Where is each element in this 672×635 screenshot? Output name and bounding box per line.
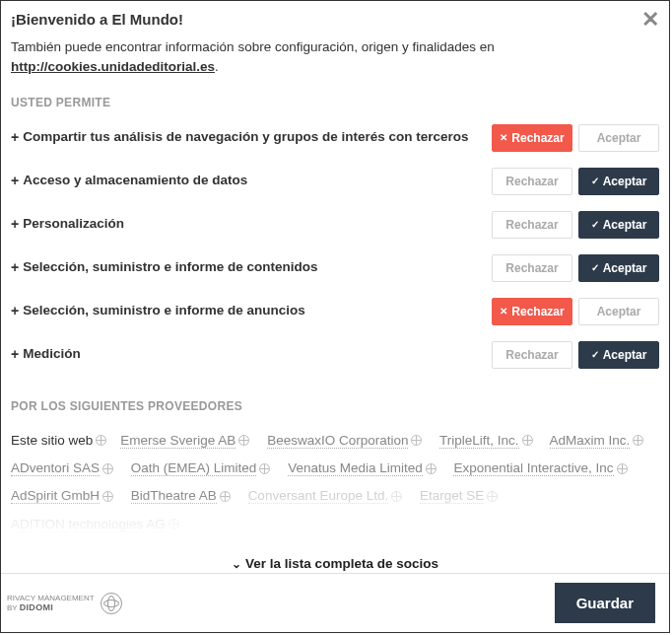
globe-icon bbox=[633, 435, 643, 446]
purpose-row: +Compartir tus análisis de navegación y … bbox=[11, 123, 659, 153]
accept-button[interactable]: ✓Aceptar bbox=[578, 211, 659, 239]
reject-label: Rechazar bbox=[505, 261, 558, 275]
plus-icon: + bbox=[11, 215, 19, 234]
see-all-label: Ver la lista completa de socios bbox=[245, 556, 438, 571]
x-icon: ✕ bbox=[500, 306, 507, 317]
globe-icon bbox=[168, 519, 179, 529]
subtitle-text: También puede encontrar información sobr… bbox=[11, 39, 495, 54]
plus-icon: + bbox=[11, 258, 19, 277]
accept-button[interactable]: Aceptar bbox=[578, 298, 659, 325]
reject-button[interactable]: Rechazar bbox=[492, 211, 572, 239]
globe-icon bbox=[102, 491, 113, 502]
accept-button[interactable]: ✓Aceptar bbox=[578, 254, 659, 282]
purpose-row: +Selección, suministro e informe de anun… bbox=[11, 297, 659, 326]
vendors-list: Este sitio webEmerse Sverige AB BeeswaxI… bbox=[11, 427, 659, 538]
plus-icon: + bbox=[11, 345, 19, 364]
purpose-expand-toggle[interactable]: +Compartir tus análisis de navegación y … bbox=[11, 128, 492, 147]
brand-name: DIDOMI bbox=[20, 602, 53, 612]
purpose-expand-toggle[interactable]: +Acceso y almacenamiento de datos bbox=[11, 172, 492, 190]
accept-label: Aceptar bbox=[603, 261, 647, 275]
vendor-name: AdMaxim Inc. bbox=[550, 433, 631, 449]
reject-button[interactable]: Rechazar bbox=[492, 168, 572, 195]
vendor-item[interactable]: AdSpirit GmbH bbox=[11, 488, 113, 503]
plus-icon: + bbox=[11, 172, 19, 190]
purpose-buttons: Rechazar✓Aceptar bbox=[492, 211, 659, 239]
vendor-item[interactable]: BeeswaxIO Corporation bbox=[267, 433, 422, 448]
vendor-item[interactable]: Emerse Sverige AB bbox=[120, 433, 249, 448]
reject-button[interactable]: ✕Rechazar bbox=[492, 298, 572, 325]
modal-content: ¡Bienvenido a El Mundo! También puede en… bbox=[1, 1, 669, 573]
vendor-item[interactable]: AdMaxim Inc. bbox=[550, 433, 644, 448]
purpose-expand-toggle[interactable]: +Selección, suministro e informe de anun… bbox=[11, 302, 492, 320]
purpose-row: +PersonalizaciónRechazar✓Aceptar bbox=[11, 210, 659, 240]
globe-icon bbox=[411, 435, 422, 446]
purpose-label: Compartir tus análisis de navegación y g… bbox=[23, 128, 468, 146]
accept-button[interactable]: ✓Aceptar bbox=[578, 341, 659, 369]
reject-button[interactable]: Rechazar bbox=[492, 341, 572, 369]
check-icon: ✓ bbox=[591, 219, 599, 230]
purpose-label: Acceso y almacenamiento de datos bbox=[23, 172, 247, 189]
vendor-name: Venatus Media Limited bbox=[288, 460, 423, 476]
modal-subtitle: También puede encontrar información sobr… bbox=[11, 37, 659, 78]
vendor-name: Este sitio web bbox=[11, 433, 93, 448]
x-icon: ✕ bbox=[500, 132, 507, 143]
purpose-expand-toggle[interactable]: +Selección, suministro e informe de cont… bbox=[11, 258, 492, 277]
cookie-consent-modal: ✕ ¡Bienvenido a El Mundo! También puede … bbox=[0, 0, 670, 633]
purpose-expand-toggle[interactable]: +Personalización bbox=[11, 215, 492, 234]
vendor-name: BeeswaxIO Corporation bbox=[267, 433, 408, 449]
accept-button[interactable]: Aceptar bbox=[578, 124, 659, 152]
vendors-header: POR LOS SIGUIENTES PROVEEDORES bbox=[11, 399, 659, 413]
privacy-brand: rivacy Management by DIDOMI bbox=[7, 593, 122, 614]
vendor-name: AdSpirit GmbH bbox=[11, 488, 100, 504]
vendor-name: Exponential Interactive, Inc bbox=[453, 460, 613, 476]
vendor-name: ADITION technologies AG bbox=[11, 517, 166, 532]
vendor-item[interactable]: Venatus Media Limited bbox=[288, 460, 437, 475]
check-icon: ✓ bbox=[591, 176, 599, 186]
see-all-partners-link[interactable]: ⌄Ver la lista completa de socios bbox=[11, 538, 659, 573]
purpose-buttons: Rechazar✓Aceptar bbox=[492, 341, 659, 369]
vendor-item[interactable]: Conversant Europe Ltd. bbox=[248, 488, 403, 503]
globe-icon bbox=[391, 491, 402, 502]
permit-header: USTED PERMITE bbox=[11, 96, 659, 109]
vendor-name: Etarget SE bbox=[420, 488, 484, 504]
globe-icon bbox=[96, 435, 106, 446]
save-button[interactable]: Guardar bbox=[555, 583, 655, 623]
purpose-label: Medición bbox=[23, 345, 81, 363]
purpose-row: +Acceso y almacenamiento de datosRechaza… bbox=[11, 167, 659, 196]
vendor-item[interactable]: ADITION technologies AG bbox=[11, 517, 179, 531]
vendor-item[interactable]: ADventori SAS bbox=[11, 460, 113, 475]
vendor-name: ADventori SAS bbox=[11, 460, 100, 476]
purpose-buttons: Rechazar✓Aceptar bbox=[492, 254, 659, 282]
purpose-buttons: ✕RechazarAceptar bbox=[492, 298, 659, 325]
reject-button[interactable]: Rechazar bbox=[492, 254, 572, 282]
globe-icon bbox=[102, 463, 113, 474]
accept-label: Aceptar bbox=[603, 218, 647, 232]
vendor-item[interactable]: Este sitio web bbox=[11, 433, 106, 448]
globe-icon bbox=[426, 463, 437, 474]
globe-icon bbox=[522, 435, 533, 446]
accept-button[interactable]: ✓Aceptar bbox=[578, 168, 659, 195]
vendor-item[interactable]: Oath (EMEA) Limited bbox=[131, 460, 271, 475]
reject-button[interactable]: ✕Rechazar bbox=[492, 124, 572, 152]
vendor-item[interactable]: Etarget SE bbox=[420, 488, 498, 503]
reject-label: Rechazar bbox=[511, 131, 564, 145]
vendor-item[interactable]: BidTheatre AB bbox=[131, 488, 231, 503]
purpose-expand-toggle[interactable]: +Medición bbox=[11, 345, 492, 364]
vendor-item[interactable]: Exponential Interactive, Inc bbox=[453, 460, 627, 475]
vendor-name: Oath (EMEA) Limited bbox=[131, 460, 257, 476]
vendor-item[interactable]: TripleLift, Inc. bbox=[439, 433, 533, 448]
modal-footer: rivacy Management by DIDOMI Guardar bbox=[1, 573, 669, 632]
check-icon: ✓ bbox=[591, 262, 599, 273]
plus-icon: + bbox=[11, 128, 19, 147]
accept-label: Aceptar bbox=[603, 348, 647, 362]
reject-label: Rechazar bbox=[505, 175, 558, 188]
purpose-label: Selección, suministro e informe de anunc… bbox=[23, 302, 305, 319]
accept-label: Aceptar bbox=[597, 305, 641, 318]
globe-icon bbox=[101, 593, 122, 614]
accept-label: Aceptar bbox=[603, 175, 647, 188]
purpose-label: Personalización bbox=[23, 215, 124, 233]
reject-label: Rechazar bbox=[505, 348, 558, 362]
chevron-down-icon: ⌄ bbox=[232, 557, 241, 571]
cookies-policy-link[interactable]: http://cookies.unidadeditorial.es bbox=[11, 59, 215, 74]
reject-label: Rechazar bbox=[505, 218, 558, 232]
